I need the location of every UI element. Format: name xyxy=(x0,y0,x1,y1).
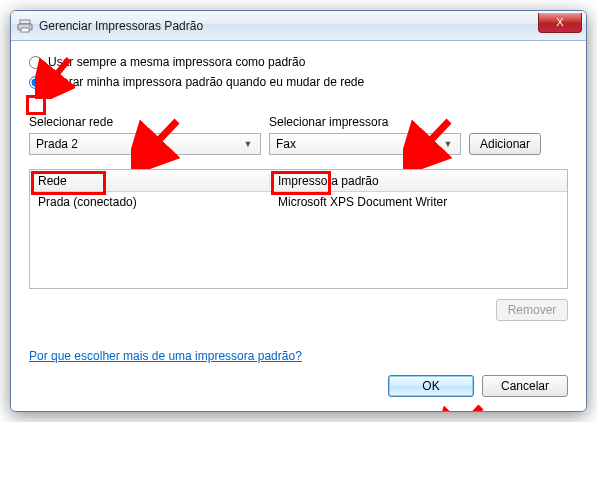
label-select-printer: Selecionar impressora xyxy=(269,115,469,129)
dialog-window: Gerenciar Impressoras Padrão X Usar semp… xyxy=(10,10,587,412)
remove-button-label: Remover xyxy=(508,303,557,317)
radio-change-by-network[interactable]: Alterar minha impressora padrão quando e… xyxy=(29,75,568,89)
add-button[interactable]: Adicionar xyxy=(469,133,541,155)
add-button-label: Adicionar xyxy=(480,137,530,151)
svg-rect-0 xyxy=(20,20,30,24)
table-row[interactable]: Prada (conectado) Microsoft XPS Document… xyxy=(30,192,567,212)
printer-combo-value: Fax xyxy=(276,137,296,151)
printer-icon xyxy=(17,18,33,34)
radio-label-same: Usar sempre a mesma impressora como padr… xyxy=(48,55,305,69)
remove-row: Remover xyxy=(29,299,568,321)
remove-button: Remover xyxy=(496,299,568,321)
network-combo[interactable]: Prada 2 ▼ xyxy=(29,133,261,155)
close-button[interactable]: X xyxy=(538,13,582,33)
cell-network: Prada (conectado) xyxy=(30,195,270,209)
cell-printer: Microsoft XPS Document Writer xyxy=(270,195,567,209)
mapping-table[interactable]: Rede Impressora padrão Prada (conectado)… xyxy=(29,169,568,289)
combo-labels-row: Selecionar rede Selecionar impressora xyxy=(29,115,568,129)
close-icon: X xyxy=(556,16,563,28)
window-title: Gerenciar Impressoras Padrão xyxy=(39,19,203,33)
table-header: Rede Impressora padrão xyxy=(30,170,567,192)
label-select-network: Selecionar rede xyxy=(29,115,269,129)
titlebar: Gerenciar Impressoras Padrão X xyxy=(11,11,586,41)
chevron-down-icon: ▼ xyxy=(240,139,256,149)
th-network: Rede xyxy=(30,174,270,188)
cancel-button[interactable]: Cancelar xyxy=(482,375,568,397)
radio-same-printer[interactable]: Usar sempre a mesma impressora como padr… xyxy=(29,55,568,69)
chevron-down-icon: ▼ xyxy=(440,139,456,149)
radio-input-change[interactable] xyxy=(29,76,42,89)
dialog-buttons: OK Cancelar xyxy=(29,375,568,397)
th-printer: Impressora padrão xyxy=(270,174,567,188)
client-area: Usar sempre a mesma impressora como padr… xyxy=(11,41,586,411)
cancel-button-label: Cancelar xyxy=(501,379,549,393)
svg-point-3 xyxy=(29,25,31,27)
radio-label-change: Alterar minha impressora padrão quando e… xyxy=(48,75,364,89)
ok-button[interactable]: OK xyxy=(388,375,474,397)
help-link-text: Por que escolher mais de uma impressora … xyxy=(29,349,302,363)
svg-rect-2 xyxy=(21,28,29,32)
printer-combo[interactable]: Fax ▼ xyxy=(269,133,461,155)
radio-input-same[interactable] xyxy=(29,56,42,69)
help-link[interactable]: Por que escolher mais de uma impressora … xyxy=(29,349,302,363)
combo-row: Prada 2 ▼ Fax ▼ Adicionar xyxy=(29,133,568,155)
network-combo-value: Prada 2 xyxy=(36,137,78,151)
ok-button-label: OK xyxy=(422,379,439,393)
